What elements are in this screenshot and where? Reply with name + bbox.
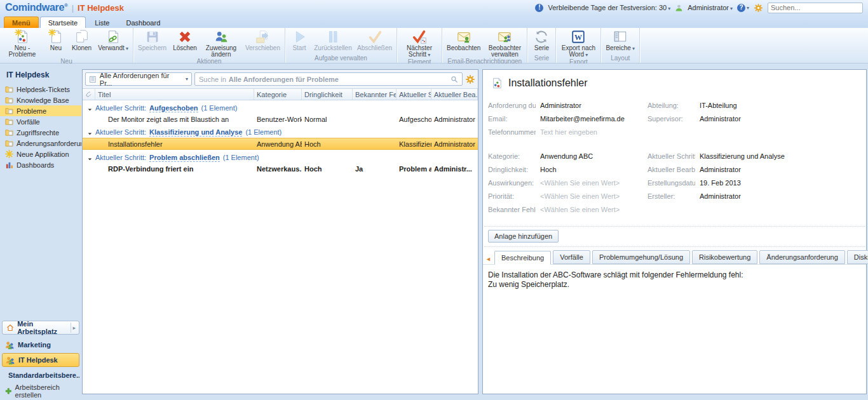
sidebar-item-vorfaelle[interactable]: Vorfälle [0,116,81,127]
column-header-aktueller-schritt[interactable]: Aktueller Sch.. [397,89,431,100]
field-value[interactable]: IT-Abteilung [700,102,737,109]
pause-icon [325,29,341,44]
table-row[interactable]: Der Monitor zeigt alles mit Blaustich an… [83,114,478,124]
ribbon-group-aufgabe: Start Zurückstellen Abschließen Aufgabe … [285,28,397,63]
field-value[interactable]: Administrator [700,166,741,173]
field-value[interactable]: Hoch [540,166,557,173]
ribbon-tab-row: Menü Startseite Liste Dashboard [0,15,868,28]
areas-layout-icon [613,29,628,44]
user-menu[interactable]: Administrator [688,4,733,11]
new-problems-button[interactable]: Neu - Probleme [1,29,43,58]
table-row-selected[interactable]: Installationsfehler Anwendung ABC Hoch K… [83,138,478,150]
field-value[interactable]: Klassifizierung und Analyse [700,152,785,160]
table-header: Titel Kategorie Dringlichkeit Bekannter … [83,89,478,100]
paperclip-icon [85,91,92,98]
sidebar-item-zugriffsrechte[interactable]: Zugriffsrechte [0,127,81,138]
description-text: Die Installation der ABC-Software schläg… [483,265,866,295]
watch-icon [456,29,471,44]
sidebar-item-dashboards[interactable]: Dashboards [0,159,81,170]
field-label: Abteilung: [648,102,695,109]
tab-risikobewertung[interactable]: Risikobewertung [692,250,757,264]
field-value[interactable]: Administrator [540,102,581,109]
new-button[interactable]: Neu [43,29,69,51]
change-assignment-button[interactable]: Zuweisung ändern [200,29,242,58]
field-value[interactable]: Administrator [700,115,741,123]
list-view-icon [89,76,97,83]
tab-diskussion[interactable]: Diskussion [847,250,868,264]
field-value-placeholder[interactable]: Text hier eingeben [540,128,597,136]
field-value-placeholder[interactable]: <Wählen Sie einen Wert> [540,206,620,213]
column-header-aktueller-bearbeiter[interactable]: Aktueller Bea.. [431,89,478,100]
trial-warning-icon: ! [535,4,543,12]
global-search-input[interactable] [771,4,861,11]
series-icon [534,29,549,44]
clone-button[interactable]: Klonen [69,29,95,51]
bar-chart-icon [5,161,13,169]
export-word-button[interactable]: W Export nach Word [557,29,599,58]
group-expand-icon[interactable] [86,105,92,110]
tab-liste[interactable]: Liste [87,17,117,28]
workspace-item-it-helpdesk[interactable]: IT Helpdesk [2,353,79,367]
start-icon [292,29,307,44]
sidebar-item-probleme[interactable]: Probleme [0,105,81,116]
field-value-placeholder[interactable]: <Wählen Sie einen Wert> [540,179,620,187]
field-label: Auswirkungen: [488,179,536,187]
tab-beschreibung[interactable]: Beschreibung [494,251,551,265]
column-header-dringlichkeit[interactable]: Dringlichkeit [302,89,353,100]
field-value[interactable]: Mitarbeiter@meinefirma.de [540,115,625,123]
tab-aenderungsanforderung[interactable]: Änderungsanforderung [759,250,845,264]
group-expand-icon[interactable] [86,155,92,160]
series-button[interactable]: Serie [529,29,554,51]
group-header-aufgeschoben[interactable]: Aktueller Schritt: Aufgeschoben (1 Eleme… [83,102,478,114]
add-attachment-button[interactable]: Anlage hinzufügen [488,230,559,243]
workspace-item-marketing[interactable]: Marketing [2,338,79,352]
ribbon-group-element: Nächster Schritt Element [397,28,442,63]
filter-dropdown[interactable]: Alle Anforderungen für Pr... ▾ [85,72,192,86]
sidebar-item-helpdesk-tickets[interactable]: Helpdesk-Tickets [0,84,81,95]
attachment-column-header[interactable] [83,89,95,100]
field-value[interactable]: 19. Feb 2013 [700,179,741,187]
sidebar-item-neue-applikation[interactable]: Neue Applikation [0,149,81,159]
list-settings-gear-icon[interactable] [465,74,475,84]
table-row[interactable]: RDP-Verbindung friert ein Netzwerkaus...… [83,163,478,174]
group-header-klassifizierung[interactable]: Aktueller Schritt: Klassifizierung und A… [83,126,478,138]
create-workspace-button[interactable]: Arbeitsbereich erstellen [2,385,79,397]
field-value[interactable]: Anwendung ABC [540,152,593,160]
help-menu[interactable]: ? [737,3,749,12]
sidebar-item-aenderungsanforderungen[interactable]: Änderungsanforderun... [0,138,81,149]
folder-icon [5,128,13,137]
tab-scroll-left-icon[interactable]: ◄ [484,254,492,264]
trial-days-dropdown[interactable]: Verbleibende Tage der Testversion: 30 [548,4,670,11]
tab-problemumgehung[interactable]: Problemumgehung/Lösung [592,250,690,264]
workspace-expander-icon[interactable]: ▸ [71,323,78,333]
tab-startseite[interactable]: Startseite [40,17,86,28]
manage-watchers-button[interactable]: Beobachter verwalten [484,29,526,58]
settings-gear-icon[interactable] [754,3,763,13]
new-problems-icon [15,29,30,44]
detail-bottom-section: Anlage hinzufügen ◄ Beschreibung Vorfäll… [483,226,866,394]
content-area: IT Helpdesk Helpdesk-Tickets Knowledge B… [0,63,868,400]
watch-button[interactable]: Beobachten [444,29,484,51]
my-workspace-header[interactable]: Mein Arbeitsplatz ▸ [2,321,79,335]
column-header-titel[interactable]: Titel [95,89,254,100]
related-button[interactable]: Verwandt [95,29,132,52]
sidebar-item-knowledge-base[interactable]: Knowledge Base [0,95,81,105]
detail-header: Installationsfehler [483,70,866,93]
tab-dashboard[interactable]: Dashboard [118,17,168,28]
group-header-problem-abschliessen[interactable]: Aktueller Schritt: Problem abschließen (… [83,152,478,163]
next-step-button[interactable]: Nächster Schritt [398,29,440,58]
column-header-kategorie[interactable]: Kategorie [254,89,302,100]
delete-button[interactable]: Löschen [170,29,200,51]
field-value-placeholder[interactable]: <Wählen Sie einen Wert> [540,192,620,200]
list-search-input[interactable]: Suche in Alle Anforderungen für Probleme [194,72,463,86]
group-expand-icon[interactable] [86,130,92,135]
field-value[interactable]: Administrator [700,192,741,200]
user-icon [675,4,683,12]
list-panel: Alle Anforderungen für Pr... ▾ Suche in … [82,69,478,394]
workspace-item-standard[interactable]: Standardarbeitsbere... [2,368,79,382]
column-header-bekannter-fehler[interactable]: Bekannter Fehler [353,89,397,100]
tab-menu[interactable]: Menü [4,17,39,28]
detail-tab-strip: ◄ Beschreibung Vorfälle Problemumgehung/… [483,247,866,265]
areas-button[interactable]: Bereiche [602,29,638,52]
tab-vorfaelle[interactable]: Vorfälle [553,250,590,264]
